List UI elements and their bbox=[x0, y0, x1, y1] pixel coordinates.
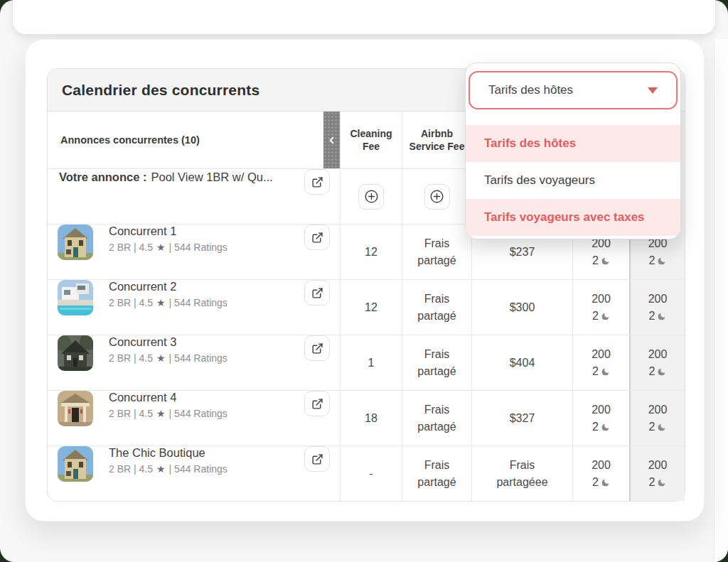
open-listing-button[interactable] bbox=[304, 391, 330, 416]
total-rate-cell: 200 2 bbox=[629, 446, 685, 501]
price-value: $327 bbox=[471, 391, 572, 445]
listing-meta: 2 BR | 4.5 ★ | 544 Ratings bbox=[109, 240, 228, 254]
service-fee-value: Frais partagé bbox=[409, 457, 466, 490]
cleaning-fee-value: 12 bbox=[340, 280, 402, 335]
collapse-columns-button[interactable] bbox=[323, 112, 340, 168]
top-card-edge bbox=[13, 0, 715, 34]
listing-thumbnail-beige-house bbox=[58, 225, 93, 260]
page-title: Calendrier des concurrents bbox=[62, 82, 259, 99]
host-rate-cell: 200 2 bbox=[572, 446, 629, 501]
dropdown-option-host-rates[interactable]: Tarifs des hôtes bbox=[466, 125, 680, 162]
cleaning-fee-value: 1 bbox=[340, 335, 402, 390]
listings-header-label: Annonces concurrentes (10) bbox=[60, 134, 200, 147]
listing-name: The Chic Boutique bbox=[109, 446, 228, 460]
host-rate-cell: 200 2 bbox=[572, 391, 629, 445]
star-icon: ★ bbox=[156, 240, 166, 254]
price-value: Frais partagéee bbox=[494, 457, 551, 490]
table-row: Concurrent 3 2 BR | 4.5 ★ | 544 Ratings … bbox=[48, 335, 685, 390]
price-value: $404 bbox=[471, 335, 572, 390]
open-listing-button[interactable] bbox=[304, 225, 330, 250]
your-listing-cell: Votre annonce : Pool View 1BR w/ Qu... bbox=[48, 169, 340, 224]
table-row: Concurrent 2 2 BR | 4.5 ★ | 544 Ratings … bbox=[48, 279, 685, 335]
moon-icon bbox=[657, 367, 666, 377]
right-card-edge bbox=[714, 39, 728, 562]
plus-circle-icon bbox=[429, 189, 444, 204]
chevron-left-icon bbox=[326, 135, 337, 146]
host-rate-cell: 200 2 bbox=[572, 280, 629, 335]
external-link-icon bbox=[311, 232, 323, 244]
listing-meta: 2 BR | 4.5 ★ | 544 Ratings bbox=[109, 296, 228, 310]
moon-icon bbox=[657, 312, 666, 321]
star-icon: ★ bbox=[156, 296, 166, 310]
add-service-fee-cell bbox=[402, 169, 471, 224]
external-link-icon bbox=[311, 342, 323, 355]
rate-type-select-button[interactable]: Tarifs des hôtes bbox=[469, 71, 678, 109]
listing-cell: Concurrent 3 2 BR | 4.5 ★ | 544 Ratings bbox=[48, 335, 340, 390]
col-header-listings: Annonces concurrentes (10) bbox=[48, 112, 340, 168]
listing-name: Concurrent 3 bbox=[109, 335, 228, 350]
table-row: Concurrent 4 2 BR | 4.5 ★ | 544 Ratings … bbox=[48, 390, 685, 445]
dropdown-option-guest-rates-taxes[interactable]: Tarifs voyageurs avec taxes bbox=[466, 199, 680, 236]
moon-icon bbox=[657, 478, 666, 487]
rate-type-dropdown-menu: Tarifs des hôtes Tarifs des voyageurs Ta… bbox=[466, 125, 680, 236]
listing-name: Concurrent 4 bbox=[109, 391, 228, 405]
moon-icon bbox=[601, 367, 610, 377]
external-link-icon bbox=[311, 453, 323, 465]
total-rate-cell: 200 2 bbox=[629, 391, 685, 445]
moon-icon bbox=[657, 423, 666, 432]
total-rate-cell: 200 2 bbox=[629, 280, 685, 335]
moon-icon bbox=[601, 256, 610, 266]
listing-meta: 2 BR | 4.5 ★ | 544 Ratings bbox=[109, 406, 228, 421]
open-listing-button[interactable] bbox=[304, 280, 330, 306]
moon-icon bbox=[601, 478, 610, 487]
your-listing-label: Votre annonce : bbox=[59, 169, 146, 186]
screenshot-frame: Calendrier des concurrents Annonces conc… bbox=[0, 0, 728, 562]
cleaning-fee-value: - bbox=[340, 446, 402, 501]
cleaning-fee-value: 12 bbox=[340, 225, 402, 279]
listing-cell: Concurrent 2 2 BR | 4.5 ★ | 544 Ratings bbox=[48, 280, 340, 335]
cleaning-fee-value: 18 bbox=[340, 391, 402, 445]
host-rate-cell: 200 2 bbox=[572, 335, 629, 390]
moon-icon bbox=[601, 312, 610, 321]
add-service-fee-button[interactable] bbox=[424, 184, 450, 210]
col-header-service-fee: Airbnb Service Fee bbox=[402, 112, 471, 168]
caret-down-icon bbox=[648, 87, 658, 94]
table-row: The Chic Boutique 2 BR | 4.5 ★ | 544 Rat… bbox=[48, 445, 685, 501]
listing-name: Concurrent 2 bbox=[109, 280, 228, 294]
add-cleaning-fee-cell bbox=[340, 169, 402, 224]
dropdown-option-guest-rates[interactable]: Tarifs des voyageurs bbox=[466, 162, 680, 199]
plus-circle-icon bbox=[364, 189, 379, 204]
star-icon: ★ bbox=[156, 462, 166, 476]
listing-cell: The Chic Boutique 2 BR | 4.5 ★ | 544 Rat… bbox=[48, 446, 340, 501]
service-fee-value: Frais partagé bbox=[409, 346, 466, 379]
open-listing-button[interactable] bbox=[304, 335, 330, 361]
total-rate-cell: 200 2 bbox=[629, 335, 685, 390]
external-link-icon bbox=[311, 176, 323, 188]
listing-cell: Concurrent 1 2 BR | 4.5 ★ | 544 Ratings bbox=[48, 225, 340, 279]
service-fee-value: Frais partagé bbox=[409, 291, 466, 323]
listing-meta: 2 BR | 4.5 ★ | 544 Ratings bbox=[109, 462, 228, 476]
open-listing-button[interactable] bbox=[304, 446, 330, 472]
listing-thumbnail-beige-house bbox=[58, 446, 93, 482]
star-icon: ★ bbox=[156, 351, 166, 365]
listing-thumbnail-modern-pool bbox=[58, 280, 93, 315]
external-link-icon bbox=[311, 287, 323, 299]
listing-name: Concurrent 1 bbox=[109, 225, 228, 239]
listing-thumbnail-dark-cottage bbox=[58, 335, 93, 371]
col-header-cleaning-fee: Cleaning Fee bbox=[340, 112, 402, 168]
moon-icon bbox=[601, 423, 610, 432]
open-your-listing-button[interactable] bbox=[304, 169, 330, 195]
listing-cell: Concurrent 4 2 BR | 4.5 ★ | 544 Ratings bbox=[48, 391, 340, 445]
moon-icon bbox=[657, 256, 666, 266]
rate-type-dropdown: Tarifs des hôtes Tarifs des voyageurs Ta… bbox=[465, 63, 681, 239]
add-cleaning-fee-button[interactable] bbox=[358, 184, 384, 210]
service-fee-value: Frais partagé bbox=[409, 401, 466, 434]
external-link-icon bbox=[311, 398, 323, 410]
listing-thumbnail-porch bbox=[58, 391, 93, 426]
your-listing-name: Pool View 1BR w/ Qu... bbox=[151, 169, 272, 186]
service-fee-value: Frais partagé bbox=[409, 235, 466, 268]
selected-rate-type: Tarifs des hôtes bbox=[488, 83, 573, 97]
price-value: $300 bbox=[471, 280, 572, 335]
star-icon: ★ bbox=[156, 406, 166, 421]
listing-meta: 2 BR | 4.5 ★ | 544 Ratings bbox=[109, 351, 228, 365]
